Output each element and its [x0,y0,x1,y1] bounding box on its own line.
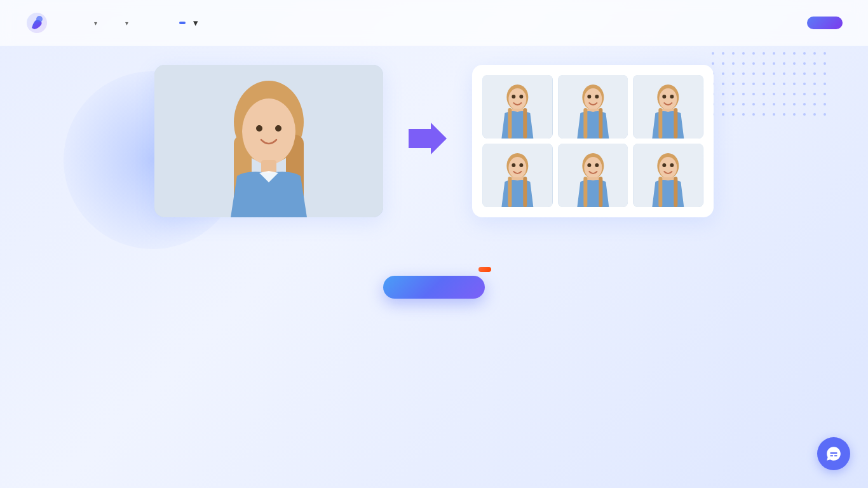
result-photo-2 [558,75,628,139]
svg-marker-10 [409,123,447,154]
source-photo [154,65,383,217]
chevron-down-icon: ▾ [125,20,128,27]
chat-icon [825,445,842,462]
result-photo-3 [633,75,703,139]
svg-point-53 [660,157,677,179]
api-badge [179,22,186,24]
free-badge [478,267,491,272]
svg-rect-34 [674,108,678,139]
svg-point-29 [660,88,677,110]
svg-rect-33 [659,108,663,139]
svg-point-24 [595,95,599,98]
chevron-down-icon: ▾ [193,17,198,29]
chevron-down-icon: ▾ [94,20,97,27]
result-grid-wrapper [472,65,714,217]
svg-rect-49 [583,177,587,207]
svg-point-1 [36,16,43,22]
svg-rect-18 [523,108,527,139]
arrow-right-icon [409,123,447,159]
svg-rect-26 [599,108,602,139]
svg-point-6 [242,98,295,165]
svg-rect-41 [508,177,512,207]
nav-auth [797,17,843,29]
svg-point-7 [256,125,262,132]
nav-resources[interactable]: ▾ [123,20,128,27]
svg-point-21 [584,88,602,110]
result-photo-1 [482,75,553,139]
svg-point-13 [508,88,526,110]
svg-point-55 [663,163,667,167]
source-person-illustration [154,65,383,217]
svg-point-47 [587,163,591,167]
svg-rect-42 [523,177,527,207]
signup-button[interactable] [807,17,843,29]
svg-point-8 [275,125,281,132]
demo-area [154,65,714,217]
result-photo-grid [482,75,703,207]
start-now-button[interactable] [383,276,485,299]
svg-point-31 [663,95,667,98]
svg-point-40 [519,163,523,167]
navbar: ▾ ▾ ▾ [0,0,868,46]
nav-for-developers[interactable]: ▾ [179,17,198,29]
svg-rect-58 [674,177,678,207]
svg-rect-57 [659,177,663,207]
hero-section: const dotsGrid = document.querySelector(… [0,46,868,299]
svg-point-37 [508,157,526,179]
result-photo-6 [633,144,703,207]
svg-point-15 [512,95,515,98]
svg-rect-50 [599,177,602,207]
svg-point-56 [670,163,674,167]
logo-icon [25,11,48,34]
svg-point-48 [595,163,599,167]
chat-support-button[interactable] [817,437,850,470]
svg-rect-17 [508,108,512,139]
svg-point-45 [584,157,602,179]
nav-free-tools[interactable]: ▾ [92,20,97,27]
result-photo-4 [482,144,553,207]
svg-point-39 [512,163,515,167]
cta-wrapper [383,276,485,299]
nav-links: ▾ ▾ ▾ [92,17,797,29]
result-photo-5 [558,144,628,207]
svg-point-23 [587,95,591,98]
svg-point-16 [519,95,523,98]
svg-rect-25 [583,108,587,139]
dots-grid-decoration: const dotsGrid = document.querySelector(… [712,52,830,119]
svg-point-32 [670,95,674,98]
logo-link[interactable] [25,11,53,34]
